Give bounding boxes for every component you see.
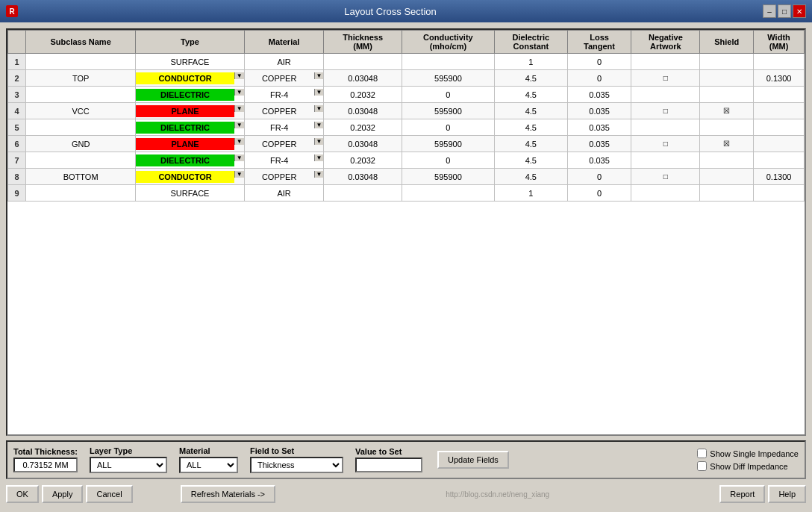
shield[interactable] [700, 152, 754, 169]
shield[interactable] [700, 70, 754, 87]
width[interactable] [754, 185, 805, 202]
negative-artwork[interactable] [631, 54, 700, 70]
subclass-name[interactable]: VCC [26, 103, 136, 119]
negative-artwork[interactable]: □ [631, 169, 700, 185]
conductivity[interactable]: 0 [402, 152, 494, 169]
material-dropdown-arrow[interactable]: ▼ [314, 138, 324, 145]
layer-type[interactable]: DIELECTRIC▼ [136, 87, 245, 103]
loss-tangent[interactable]: 0.035 [567, 103, 631, 119]
cancel-button[interactable]: Cancel [86, 485, 132, 503]
dielectric-constant[interactable]: 4.5 [495, 103, 568, 119]
material-dropdown-arrow[interactable]: ▼ [314, 154, 324, 161]
dielectric-constant[interactable]: 4.5 [495, 136, 568, 152]
thickness[interactable]: 0.03048 [324, 70, 402, 87]
conductivity[interactable]: 0 [402, 87, 494, 103]
dielectric-constant[interactable]: 4.5 [495, 87, 568, 103]
subclass-name[interactable] [26, 119, 136, 136]
negative-artwork[interactable]: □ [631, 70, 700, 87]
width[interactable] [754, 136, 805, 152]
width[interactable]: 0.1300 [754, 70, 805, 87]
material[interactable]: FR-4▼ [244, 152, 324, 169]
layer-type[interactable]: DIELECTRIC▼ [136, 152, 245, 169]
show-diff-impedance-checkbox[interactable] [697, 461, 707, 471]
subclass-name[interactable]: GND [26, 136, 136, 152]
dielectric-constant[interactable]: 4.5 [495, 119, 568, 136]
restore-button[interactable]: □ [778, 4, 791, 18]
thickness[interactable]: 0.03048 [324, 169, 402, 185]
subclass-name[interactable]: BOTTOM [26, 169, 136, 185]
conductivity[interactable]: 595900 [402, 136, 494, 152]
conductivity[interactable] [402, 54, 494, 70]
loss-tangent[interactable]: 0 [567, 169, 631, 185]
width[interactable]: 0.1300 [754, 169, 805, 185]
type-dropdown-arrow[interactable]: ▼ [234, 122, 244, 128]
dielectric-constant[interactable]: 1 [495, 185, 568, 202]
layer-type[interactable]: CONDUCTOR▼ [136, 169, 245, 185]
thickness[interactable]: 0.2032 [324, 87, 402, 103]
material[interactable]: COPPER▼ [244, 103, 324, 119]
loss-tangent[interactable]: 0 [567, 70, 631, 87]
negative-artwork[interactable] [631, 152, 700, 169]
dielectric-constant[interactable]: 4.5 [495, 152, 568, 169]
shield[interactable] [700, 54, 754, 70]
shield[interactable]: ☒ [700, 136, 754, 152]
type-dropdown-arrow[interactable]: ▼ [234, 154, 244, 161]
dielectric-constant[interactable]: 4.5 [495, 70, 568, 87]
ok-button[interactable]: OK [6, 485, 39, 503]
material-dropdown-arrow[interactable]: ▼ [314, 89, 324, 96]
layer-type[interactable]: PLANE▼ [136, 136, 245, 152]
width[interactable] [754, 87, 805, 103]
layer-type[interactable]: PLANE▼ [136, 103, 245, 119]
dielectric-constant[interactable]: 1 [495, 54, 568, 70]
negative-artwork[interactable] [631, 185, 700, 202]
conductivity[interactable]: 595900 [402, 103, 494, 119]
negative-artwork[interactable] [631, 87, 700, 103]
width[interactable] [754, 119, 805, 136]
shield[interactable] [700, 185, 754, 202]
dielectric-constant[interactable]: 4.5 [495, 169, 568, 185]
apply-button[interactable]: Apply [42, 485, 84, 503]
close-button[interactable]: ✕ [793, 4, 806, 18]
loss-tangent[interactable]: 0.035 [567, 119, 631, 136]
negative-artwork[interactable] [631, 119, 700, 136]
subclass-name[interactable] [26, 152, 136, 169]
layer-type[interactable]: SURFACE [136, 54, 245, 70]
layer-type[interactable]: SURFACE [136, 185, 245, 202]
material-dropdown-arrow[interactable]: ▼ [314, 171, 324, 178]
loss-tangent[interactable]: 0.035 [567, 152, 631, 169]
layer-type[interactable]: DIELECTRIC▼ [136, 119, 245, 136]
layer-type-select[interactable]: ALL CONDUCTOR DIELECTRIC PLANE [90, 457, 167, 473]
subclass-name[interactable] [26, 54, 136, 70]
material-dropdown-arrow[interactable]: ▼ [314, 122, 324, 128]
show-single-impedance-checkbox[interactable] [697, 449, 707, 458]
subclass-name[interactable]: TOP [26, 70, 136, 87]
material[interactable]: AIR [244, 185, 324, 202]
width[interactable] [754, 54, 805, 70]
loss-tangent[interactable]: 0 [567, 185, 631, 202]
type-dropdown-arrow[interactable]: ▼ [234, 138, 244, 145]
width[interactable] [754, 103, 805, 119]
loss-tangent[interactable]: 0.035 [567, 136, 631, 152]
type-dropdown-arrow[interactable]: ▼ [234, 105, 244, 112]
material[interactable]: COPPER▼ [244, 136, 324, 152]
material[interactable]: COPPER▼ [244, 70, 324, 87]
conductivity[interactable]: 0 [402, 119, 494, 136]
negative-artwork[interactable]: □ [631, 103, 700, 119]
help-button[interactable]: Help [768, 485, 806, 503]
material[interactable]: FR-4▼ [244, 119, 324, 136]
layer-type[interactable]: CONDUCTOR▼ [136, 70, 245, 87]
shield[interactable]: ☒ [700, 103, 754, 119]
type-dropdown-arrow[interactable]: ▼ [234, 72, 244, 79]
negative-artwork[interactable]: □ [631, 136, 700, 152]
conductivity[interactable]: 595900 [402, 70, 494, 87]
field-to-set-select[interactable]: Thickness Conductivity Dielectric Consta… [250, 457, 343, 473]
update-fields-button[interactable]: Update Fields [437, 451, 509, 469]
shield[interactable] [700, 169, 754, 185]
material-select[interactable]: ALL COPPER FR-4 AIR [179, 457, 238, 473]
value-to-set-input[interactable] [355, 458, 422, 472]
type-dropdown-arrow[interactable]: ▼ [234, 89, 244, 96]
material[interactable]: FR-4▼ [244, 87, 324, 103]
refresh-materials-button[interactable]: Refresh Materials -> [181, 485, 275, 503]
subclass-name[interactable] [26, 185, 136, 202]
minimize-button[interactable]: – [763, 4, 776, 18]
